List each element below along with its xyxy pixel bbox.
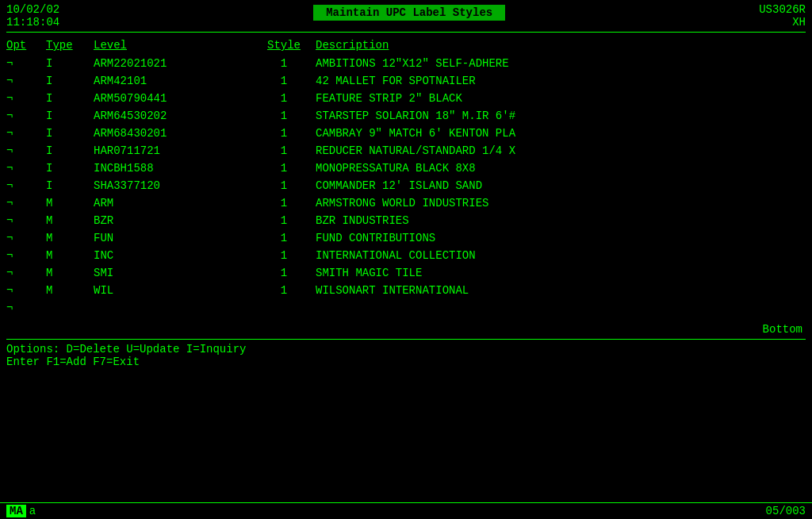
table-row: ¬ I ARM64530202 1 STARSTEP SOLARION 18" … bbox=[6, 107, 806, 125]
time-display: 11:18:04 bbox=[6, 16, 59, 29]
cell-type: M bbox=[46, 232, 94, 244]
status-input[interactable]: a bbox=[29, 505, 36, 517]
cell-type: M bbox=[46, 249, 94, 262]
cell-type: I bbox=[46, 75, 94, 87]
cell-type: I bbox=[46, 179, 94, 192]
cell-description: FUND CONTRIBUTIONS bbox=[316, 232, 806, 244]
cell-opt[interactable]: ¬ bbox=[6, 144, 46, 157]
cell-style: 1 bbox=[252, 179, 316, 192]
cell-level: ARM42101 bbox=[94, 75, 252, 87]
cell-style: 1 bbox=[252, 284, 316, 297]
table-row: ¬ I ARM68430201 1 CAMBRAY 9" MATCH 6' KE… bbox=[6, 125, 806, 142]
cell-style: 1 bbox=[252, 110, 316, 122]
header-right: US3026R XH bbox=[759, 3, 806, 29]
cell-opt[interactable]: ¬ bbox=[6, 179, 46, 192]
cell-description: MONOPRESSATURA BLACK 8X8 bbox=[316, 162, 806, 175]
footer-line2: Enter F1=Add F7=Exit bbox=[6, 356, 806, 368]
table-row: ¬ M BZR 1 BZR INDUSTRIES bbox=[6, 212, 806, 229]
cell-opt[interactable]: ¬ bbox=[6, 214, 46, 227]
footer-divider bbox=[6, 339, 806, 340]
cell-style: 1 bbox=[252, 144, 316, 157]
header-divider bbox=[6, 32, 806, 33]
cell-opt[interactable]: ¬ bbox=[6, 267, 46, 279]
cell-level: ARM64530202 bbox=[94, 110, 252, 122]
cell-style: 1 bbox=[252, 197, 316, 210]
cell-opt[interactable]: ¬ bbox=[6, 249, 46, 262]
table-row: ¬ I HAR0711721 1 REDUCER NATURAL/STANDAR… bbox=[6, 142, 806, 160]
table-row: ¬ M FUN 1 FUND CONTRIBUTIONS bbox=[6, 229, 806, 247]
status-bar: MA a 05/003 bbox=[0, 502, 812, 519]
data-table: ¬ I ARM22021021 1 AMBITIONS 12"X12" SELF… bbox=[6, 55, 806, 317]
table-row: ¬ M SMI 1 SMITH MAGIC TILE bbox=[6, 264, 806, 282]
cell-level: ARM bbox=[94, 197, 252, 210]
cell-description: STARSTEP SOLARION 18" M.IR 6'# bbox=[316, 110, 806, 122]
cell-style: 1 bbox=[252, 249, 316, 262]
cell-level: HAR0711721 bbox=[94, 144, 252, 157]
cell-opt[interactable]: ¬ bbox=[6, 197, 46, 210]
date-display: 10/02/02 bbox=[6, 3, 59, 16]
cell-type: M bbox=[46, 267, 94, 279]
cell-type: I bbox=[46, 110, 94, 122]
cell-style: 1 bbox=[252, 92, 316, 105]
cell-level: BZR bbox=[94, 214, 252, 227]
cell-style: 1 bbox=[252, 214, 316, 227]
col-header-style: Style bbox=[252, 39, 316, 52]
cell-type: I bbox=[46, 127, 94, 140]
cell-opt[interactable]: ¬ bbox=[6, 110, 46, 122]
cell-opt[interactable]: ¬ bbox=[6, 92, 46, 105]
table-row: ¬ I SHA3377120 1 COMMANDER 12' ISLAND SA… bbox=[6, 177, 806, 194]
table-row: ¬ I INCBH1588 1 MONOPRESSATURA BLACK 8X8 bbox=[6, 160, 806, 177]
cell-opt[interactable]: ¬ bbox=[6, 57, 46, 70]
cell-description: WILSONART INTERNATIONAL bbox=[316, 284, 806, 297]
cell-description: SMITH MAGIC TILE bbox=[316, 267, 806, 279]
cell-opt[interactable]: ¬ bbox=[6, 127, 46, 140]
cell-opt[interactable]: ¬ bbox=[6, 302, 46, 314]
table-row: ¬ bbox=[6, 299, 806, 317]
cell-description: REDUCER NATURAL/STANDARD 1/4 X bbox=[316, 144, 806, 157]
cell-level: INCBH1588 bbox=[94, 162, 252, 175]
cell-opt[interactable]: ¬ bbox=[6, 75, 46, 87]
cell-description: BZR INDUSTRIES bbox=[316, 214, 806, 227]
cell-style: 1 bbox=[252, 162, 316, 175]
table-row: ¬ I ARM42101 1 42 MALLET FOR SPOTNAILER bbox=[6, 72, 806, 90]
status-icon: MA bbox=[6, 505, 26, 517]
cell-type: I bbox=[46, 92, 94, 105]
cell-level: ARM68430201 bbox=[94, 127, 252, 140]
report-sub: XH bbox=[792, 16, 806, 29]
cell-opt[interactable]: ¬ bbox=[6, 232, 46, 244]
cell-description: AMBITIONS 12"X12" SELF-ADHERE bbox=[316, 57, 806, 70]
table-row: ¬ I ARM22021021 1 AMBITIONS 12"X12" SELF… bbox=[6, 55, 806, 72]
cell-type: M bbox=[46, 284, 94, 297]
cell-opt[interactable]: ¬ bbox=[6, 162, 46, 175]
cell-level: ARM50790441 bbox=[94, 92, 252, 105]
footer-line1: Options: D=Delete U=Update I=Inquiry bbox=[6, 343, 806, 356]
cell-level: SHA3377120 bbox=[94, 179, 252, 192]
cell-level: INC bbox=[94, 249, 252, 262]
report-id: US3026R bbox=[759, 3, 806, 16]
col-header-description: Description bbox=[316, 39, 806, 52]
col-header-opt: Opt bbox=[6, 39, 46, 52]
cell-type: I bbox=[46, 144, 94, 157]
cell-opt[interactable]: ¬ bbox=[6, 284, 46, 297]
cell-style: 1 bbox=[252, 75, 316, 87]
bottom-indicator: Bottom bbox=[6, 323, 806, 336]
cell-level: SMI bbox=[94, 267, 252, 279]
cell-type: I bbox=[46, 162, 94, 175]
cell-type: M bbox=[46, 197, 94, 210]
header: 10/02/02 11:18:04 Maintain UPC Label Sty… bbox=[6, 3, 806, 29]
table-row: ¬ I ARM50790441 1 FEATURE STRIP 2" BLACK bbox=[6, 90, 806, 107]
cell-level: FUN bbox=[94, 232, 252, 244]
header-left: 10/02/02 11:18:04 bbox=[6, 3, 59, 29]
cell-type: M bbox=[46, 214, 94, 227]
cell-description: FEATURE STRIP 2" BLACK bbox=[316, 92, 806, 105]
page-info: 05/003 bbox=[766, 505, 806, 517]
status-left: MA a bbox=[6, 505, 36, 517]
cell-description: 42 MALLET FOR SPOTNAILER bbox=[316, 75, 806, 87]
cell-type: I bbox=[46, 57, 94, 70]
cell-description: INTERNATIONAL COLLECTION bbox=[316, 249, 806, 262]
footer: Options: D=Delete U=Update I=Inquiry Ent… bbox=[6, 343, 806, 368]
cell-description: COMMANDER 12' ISLAND SAND bbox=[316, 179, 806, 192]
cell-description: ARMSTRONG WORLD INDUSTRIES bbox=[316, 197, 806, 210]
table-row: ¬ M ARM 1 ARMSTRONG WORLD INDUSTRIES bbox=[6, 194, 806, 212]
cell-level: WIL bbox=[94, 284, 252, 297]
